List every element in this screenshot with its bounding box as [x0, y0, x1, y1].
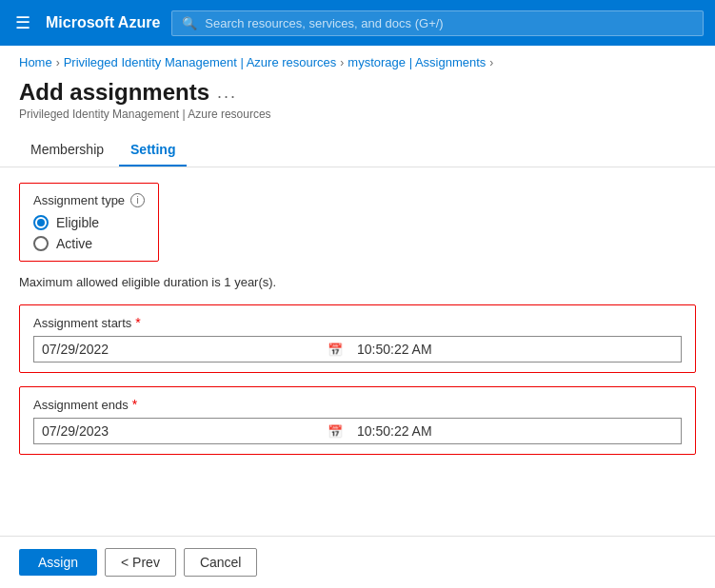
search-icon: 🔍: [182, 16, 197, 30]
footer: Assign < Prev Cancel: [0, 536, 715, 588]
assignment-type-label: Assignment type i: [33, 193, 145, 207]
tabs: Membership Setting: [0, 134, 715, 167]
breadcrumb-sep-3: ›: [489, 56, 493, 69]
ends-date-input[interactable]: [33, 418, 349, 444]
breadcrumb-sep-1: ›: [56, 56, 60, 69]
breadcrumb-pim[interactable]: Privileged Identity Management | Azure r…: [64, 55, 337, 69]
radio-active-label: Active: [56, 236, 92, 251]
starts-date-input[interactable]: [33, 336, 349, 363]
assignment-ends-row: 📅: [33, 418, 682, 444]
main-content: Assignment type i Eligible Active Maximu…: [0, 167, 715, 483]
tab-setting[interactable]: Setting: [119, 134, 187, 167]
page-options-icon[interactable]: ...: [217, 83, 237, 103]
assign-button[interactable]: Assign: [19, 549, 97, 576]
breadcrumb-storage[interactable]: mystorage | Assignments: [348, 55, 486, 69]
ends-time-input[interactable]: [349, 418, 682, 444]
radio-eligible[interactable]: Eligible: [33, 215, 145, 230]
cancel-button[interactable]: Cancel: [184, 548, 258, 577]
page-header: Add assignments ... Privileged Identity …: [0, 75, 715, 128]
page-title: Add assignments: [19, 79, 209, 106]
assignment-type-info-icon[interactable]: i: [130, 193, 145, 207]
topbar: ☰ Microsoft Azure 🔍: [0, 0, 715, 46]
radio-eligible-label: Eligible: [56, 215, 99, 230]
radio-eligible-circle[interactable]: [33, 215, 49, 230]
assignment-starts-label: Assignment starts *: [33, 315, 682, 330]
starts-calendar-icon[interactable]: 📅: [321, 336, 349, 363]
page-subtitle: Privileged Identity Management | Azure r…: [19, 108, 696, 121]
starts-date-wrap: 📅: [33, 336, 349, 363]
assignment-ends-group: Assignment ends * 📅: [19, 386, 696, 455]
prev-button[interactable]: < Prev: [105, 548, 176, 577]
search-box[interactable]: 🔍: [171, 10, 704, 36]
tab-membership[interactable]: Membership: [19, 134, 115, 167]
starts-time-input[interactable]: [349, 336, 682, 363]
radio-active[interactable]: Active: [33, 236, 145, 251]
assignment-starts-row: 📅: [33, 336, 682, 363]
breadcrumb-home[interactable]: Home: [19, 55, 52, 69]
required-star-ends: *: [132, 397, 137, 412]
azure-logo: Microsoft Azure: [46, 14, 160, 31]
assignment-type-box: Assignment type i Eligible Active: [19, 183, 159, 262]
ends-date-wrap: 📅: [33, 418, 349, 444]
assignment-starts-group: Assignment starts * 📅: [19, 304, 696, 373]
search-input[interactable]: [205, 16, 693, 30]
assignment-ends-label: Assignment ends *: [33, 397, 682, 412]
radio-active-circle[interactable]: [33, 236, 49, 251]
hamburger-icon[interactable]: ☰: [11, 9, 34, 37]
required-star-starts: *: [135, 315, 140, 330]
breadcrumb-sep-2: ›: [340, 56, 344, 69]
ends-calendar-icon[interactable]: 📅: [321, 418, 349, 444]
breadcrumb: Home › Privileged Identity Management | …: [0, 46, 715, 75]
notice-text: Maximum allowed eligible duration is 1 y…: [19, 275, 696, 289]
